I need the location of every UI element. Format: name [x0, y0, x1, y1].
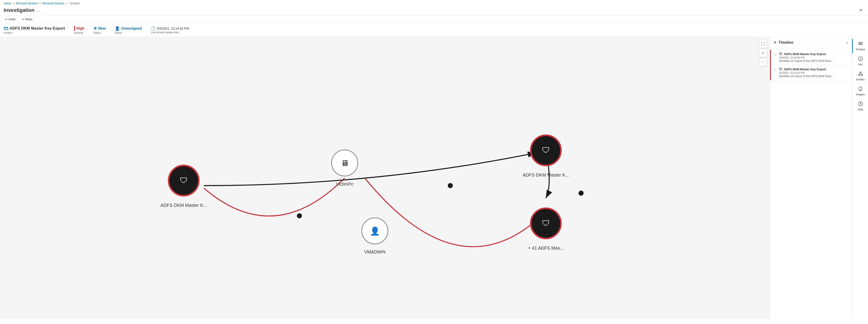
- zoom-in-icon: +: [762, 51, 764, 55]
- sidebar-item-label-help: Help: [858, 108, 863, 111]
- timeline-item-bar: [770, 50, 771, 65]
- svg-line-21: [861, 73, 862, 75]
- info-sidebar-icon: i: [858, 56, 863, 62]
- owner-text: Unassigned: [121, 26, 142, 30]
- shield-icon-2: 🛡: [779, 67, 782, 71]
- shield-icon-1: 🛡: [779, 52, 782, 56]
- node-label-incident-left: ADFS DKM Master K...: [160, 203, 207, 208]
- svg-text:🛡: 🛡: [180, 176, 188, 185]
- incident-type-label: Incident: [4, 31, 65, 34]
- node-label-victimpc: VictimPc: [336, 182, 353, 186]
- node-incident-right-bottom[interactable]: 🛡 + 41 ADFS Mas...: [528, 208, 564, 250]
- sidebar-item-help[interactable]: ? Help: [852, 99, 868, 113]
- timeline-list: 🛡 ADFS DKM Master Key Export 4/4/2021, 1…: [770, 48, 851, 319]
- timeline-item-content-2: 🛡 ADFS DKM Master Key Export 5/2/2021, 1…: [779, 67, 848, 78]
- status-text: New: [98, 26, 106, 30]
- main-content: ⛶ + −: [0, 37, 868, 319]
- timeline-item-desc-2: Identifies an export of the ADFS DKM Mas…: [779, 75, 848, 78]
- timeline-item[interactable]: 🛡 ADFS DKM Master Key Export 4/4/2021, 1…: [770, 50, 851, 65]
- sidebar-item-label-insights: Insights: [856, 93, 865, 96]
- node-incident-left[interactable]: 🛡 ADFS DKM Master K...: [160, 166, 207, 207]
- svg-text:🛡: 🛡: [542, 146, 550, 155]
- breadcrumb-sentinel2[interactable]: Microsoft Sentinel: [42, 2, 64, 5]
- severity-text: High: [76, 26, 85, 30]
- owner-value: 👤 Unassigned: [115, 26, 142, 31]
- svg-line-20: [859, 73, 861, 75]
- timeline-dot-1: [774, 53, 776, 56]
- timeline-item-title-text-1: ADFS DKM Master Key Export: [784, 52, 826, 56]
- fit-icon: ⛶: [761, 42, 765, 46]
- breadcrumb-sentinel1[interactable]: Microsoft Sentinel: [16, 2, 37, 5]
- last-update-item: 🕐 5/3/2021, 12:14:42 PM Last incident up…: [151, 26, 189, 34]
- page-title: Investigation: [4, 7, 35, 13]
- last-update-text: 5/3/2021, 12:14:42 PM: [157, 27, 189, 30]
- redo-label: Redo: [25, 18, 32, 21]
- svg-text:?: ?: [860, 102, 861, 105]
- sidebar-item-label-info: Info: [858, 63, 862, 66]
- edge-dot-1: [297, 213, 302, 218]
- undo-icon: ↩: [5, 18, 7, 21]
- redo-button[interactable]: ↪ Redo: [21, 17, 34, 21]
- timeline-title: Timeline: [779, 40, 794, 45]
- node-label-incident-right-top: ADFS DKM Master K...: [523, 173, 569, 177]
- zoom-out-icon: −: [762, 60, 764, 64]
- svg-point-19: [861, 75, 863, 76]
- svg-point-17: [860, 72, 861, 73]
- redo-icon: ↪: [22, 18, 24, 21]
- insights-sidebar-icon: [858, 86, 863, 92]
- edge-black-1: [204, 153, 536, 186]
- svg-rect-12: [859, 42, 863, 42]
- timeline-item-date-2: 5/2/2021, 12:10:01 PM: [779, 71, 848, 74]
- status-item: ✳ New Status: [93, 26, 106, 34]
- breadcrumb-home[interactable]: Home: [4, 2, 11, 5]
- svg-text:👤: 👤: [370, 226, 380, 236]
- timeline-item-title-text-2: ADFS DKM Master Key Export: [784, 67, 826, 71]
- timeline-item-bar-2: [770, 65, 771, 80]
- status-label: Status: [93, 31, 106, 34]
- timeline-item-title-2: 🛡 ADFS DKM Master Key Export: [779, 67, 848, 71]
- edge-red-2: [365, 178, 536, 247]
- graph-area[interactable]: ⛶ + −: [0, 37, 770, 319]
- timeline-panel: ≡ Timeline » 🛡 ADFS DKM Master Key Expor…: [770, 37, 851, 319]
- undo-button[interactable]: ↩ Undo: [4, 17, 17, 21]
- status-value: ✳ New: [93, 26, 106, 31]
- edge-dot-2: [448, 183, 453, 188]
- timeline-item-date-1: 4/4/2021, 12:10:00 PM: [779, 56, 848, 59]
- fit-graph-button[interactable]: ⛶: [759, 40, 767, 48]
- owner-item: 👤 Unassigned Owner: [115, 26, 142, 34]
- svg-text:i: i: [860, 57, 861, 60]
- zoom-in-button[interactable]: +: [759, 49, 767, 57]
- incident-name-value: 🗃 ADFS DKM Master Key Export: [4, 26, 65, 31]
- svg-rect-13: [859, 43, 863, 44]
- entities-sidebar-icon: [858, 71, 863, 77]
- svg-text:🖥: 🖥: [341, 158, 349, 168]
- sidebar-item-entities[interactable]: Entities: [852, 69, 868, 83]
- breadcrumb: Home > Microsoft Sentinel > Microsoft Se…: [0, 0, 868, 6]
- sidebar-item-timeline[interactable]: Timeline: [852, 39, 868, 53]
- status-icon: ✳: [93, 26, 97, 31]
- incident-bar: 🗃 ADFS DKM Master Key Export Incident Hi…: [0, 23, 868, 37]
- sidebar-item-info[interactable]: i Info: [852, 54, 868, 68]
- owner-label: Owner: [115, 31, 142, 34]
- timeline-item-title-1: 🛡 ADFS DKM Master Key Export: [779, 52, 848, 56]
- close-button[interactable]: ✕: [857, 7, 864, 13]
- more-options-button[interactable]: ...: [37, 8, 40, 13]
- timeline-item-content-1: 🛡 ADFS DKM Master Key Export 4/4/2021, 1…: [779, 52, 848, 63]
- timeline-header-icon: ≡: [774, 40, 776, 45]
- severity-value: High: [74, 26, 85, 31]
- severity-item: High Severity: [74, 26, 85, 34]
- timeline-header: ≡ Timeline »: [770, 37, 851, 48]
- node-vmadmin[interactable]: 👤 VMADMIN: [362, 218, 388, 254]
- node-incident-right-top[interactable]: 🛡 ADFS DKM Master K...: [523, 135, 569, 177]
- graph-controls: ⛶ + −: [759, 40, 767, 66]
- edge-dot-3: [579, 191, 584, 196]
- sidebar-item-label-timeline: Timeline: [856, 48, 865, 51]
- timeline-dot-2: [774, 68, 776, 71]
- timeline-expand-button[interactable]: »: [846, 41, 848, 45]
- sidebar-item-insights[interactable]: Insights: [852, 84, 868, 98]
- timeline-item[interactable]: 🛡 ADFS DKM Master Key Export 5/2/2021, 1…: [770, 65, 851, 80]
- svg-text:🛡: 🛡: [542, 219, 550, 228]
- right-sidebar: Timeline i Info Entities: [851, 37, 868, 319]
- clock-icon: 🕐: [151, 26, 155, 30]
- zoom-out-button[interactable]: −: [759, 58, 767, 66]
